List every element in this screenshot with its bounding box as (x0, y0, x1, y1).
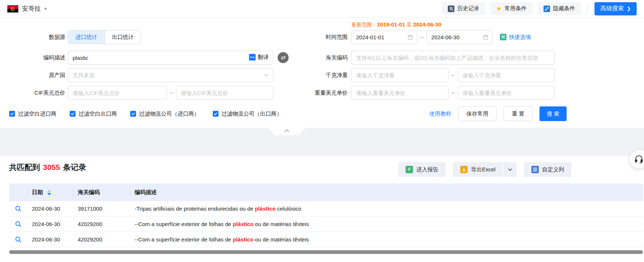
filter-blank-exporter[interactable]: 过滤空白出口商 (70, 110, 117, 117)
checkbox-checked-icon[interactable] (130, 111, 136, 117)
report-doc-icon (406, 166, 413, 173)
magnifier-icon[interactable] (15, 221, 22, 228)
calendar-icon (407, 34, 413, 40)
filter-label: 过滤物流公司（出口商） (222, 110, 282, 117)
horizontal-scrollbar[interactable] (9, 250, 643, 254)
command-key-icon: ⌘ (500, 34, 506, 40)
filter-logistics-importer[interactable]: 过滤物流公司（进口商） (130, 110, 200, 117)
table-header-row: 日期 海关编码 编码描述 (9, 183, 643, 201)
time-range-row: 时间范围 2024-01-01 – 2024-06-30 ⌘ 快捷选项 (301, 30, 531, 44)
range-dash: – (449, 72, 458, 79)
tutorial-link[interactable]: 使用教程 (429, 110, 451, 117)
update-range-end: 2024-06-30 (413, 21, 442, 28)
chevron-up-icon (284, 129, 289, 132)
angola-flag-icon (7, 5, 18, 12)
headset-icon (634, 154, 644, 164)
data-source-segmented: 进口统计 出口统计 (68, 30, 141, 44)
table-row: 2024-06-30 42029200 --Com a superfície e… (9, 216, 643, 232)
quick-options-button[interactable]: ⌘ 快捷选项 (500, 34, 531, 41)
cif-price-min-input[interactable] (68, 86, 167, 100)
hide-conditions-button[interactable]: 隐藏条件 (538, 2, 581, 15)
export-file-icon (460, 166, 468, 173)
desc-text: --Com a superfície exterior de folhas de (135, 221, 233, 227)
table-header-date[interactable]: 日期 (28, 183, 73, 201)
export-dropdown-caret[interactable] (503, 162, 517, 177)
save-favorite-button[interactable]: 保存常用 (458, 106, 497, 121)
checkbox-checked-icon[interactable] (213, 111, 219, 117)
origin-country-select[interactable]: 支持多选 (68, 68, 273, 82)
data-source-label: 数据源 (9, 34, 65, 41)
advanced-search-button[interactable]: 高级搜索 ❯ (594, 2, 637, 15)
origin-country-row: 原产国 支持多选 (9, 68, 273, 82)
time-range-label: 时间范围 (301, 34, 348, 41)
data-source-row: 数据源 进口统计 出口统计 (9, 30, 141, 44)
topbar: 安哥拉 ▾ 历史记录 ★ 常用条件 隐藏条件 高级搜索 ❯ (0, 0, 644, 18)
row-date: 2024-06-30 (28, 205, 73, 212)
translate-button[interactable]: 中A 翻译 (249, 51, 269, 64)
date-start-input[interactable]: 2024-01-01 (351, 30, 417, 44)
calendar-icon (483, 34, 489, 40)
table-row: 2024-06-30 42029200 --Com a superfície e… (9, 232, 643, 247)
star-icon: ★ (496, 5, 502, 12)
filter-label: 过滤空白出口商 (78, 110, 117, 117)
range-dash: – (417, 34, 427, 40)
results-actions: 进入报告 导出Excel 自定义列 (398, 162, 571, 177)
sort-carets-icon[interactable] (47, 190, 51, 195)
checkbox-checked-icon[interactable] (9, 111, 15, 117)
net-weight-row: 千克净重 – (301, 68, 555, 82)
row-date: 2024-06-30 (28, 236, 73, 243)
filter-logistics-exporter[interactable]: 过滤物流公司（出口商） (213, 110, 282, 117)
customize-columns-label: 自定义列 (542, 166, 564, 173)
unit-price-min-input[interactable] (351, 86, 449, 100)
hs-code-header-label: 海关编码 (78, 189, 100, 196)
swap-arrows-button[interactable]: ⇄ (278, 52, 289, 63)
unit-price-max-input[interactable] (458, 86, 555, 100)
results-summary: 共匹配到3055条记录 (9, 162, 86, 172)
export-excel-button[interactable]: 导出Excel (453, 162, 503, 177)
checkbox-checked-icon[interactable] (70, 111, 76, 117)
date-end-input[interactable]: 2024-06-30 (427, 30, 493, 44)
table-header-description: 编码描述 (130, 183, 643, 201)
net-weight-max-input[interactable] (458, 68, 555, 82)
table-columns-icon (531, 166, 539, 173)
quick-options-label: 快捷选项 (509, 34, 531, 41)
customize-columns-button[interactable]: 自定义列 (524, 162, 571, 177)
cif-price-row: CIF美元总价 – (9, 86, 273, 100)
filter-checkbox-row: 过滤空白进口商 过滤空白出口商 过滤物流公司（进口商） 过滤物流公司（出口商） (9, 106, 282, 121)
hide-conditions-label: 隐藏条件 (553, 5, 575, 12)
enter-report-button[interactable]: 进入报告 (398, 162, 446, 177)
code-desc-row: 编码描述 中A 翻译 ⇄ (9, 51, 289, 65)
tab-import-stats[interactable]: 进口统计 (68, 30, 105, 44)
country-selector[interactable]: 安哥拉 ▾ (7, 4, 47, 13)
match-count: 3055 (43, 163, 60, 171)
country-name: 安哥拉 (22, 4, 41, 13)
magnifier-icon[interactable] (15, 236, 22, 243)
date-header-label: 日期 (32, 189, 43, 196)
table-header-hs-code: 海关编码 (73, 183, 130, 201)
desc-highlight: plástico (255, 205, 276, 212)
tab-export-stats[interactable]: 出口统计 (105, 30, 141, 44)
favorites-button[interactable]: ★ 常用条件 (490, 2, 533, 15)
magnifier-icon[interactable] (15, 205, 22, 212)
topbar-actions: 历史记录 ★ 常用条件 隐藏条件 高级搜索 ❯ (442, 2, 637, 15)
desc-highlight: plástico (233, 221, 254, 227)
row-hs-code: 42029200 (73, 221, 130, 227)
row-hs-code: 39171000 (73, 205, 130, 212)
history-button[interactable]: 历史记录 (442, 2, 485, 15)
code-desc-input[interactable] (68, 51, 273, 65)
hs-code-input[interactable] (351, 51, 555, 65)
reset-button[interactable]: 重 置 (504, 106, 533, 121)
net-weight-min-input[interactable] (351, 68, 449, 82)
row-detail-cell (9, 216, 28, 232)
section-divider-band (0, 128, 644, 156)
summary-prefix: 共匹配到 (9, 163, 40, 171)
cif-price-max-input[interactable] (176, 86, 273, 100)
search-button[interactable]: 搜 索 (539, 106, 567, 121)
desc-text: celulósico (276, 205, 301, 212)
chevron-down-icon (508, 168, 512, 171)
filter-blank-importer[interactable]: 过滤空白进口商 (9, 110, 56, 117)
collapse-form-tab[interactable] (268, 128, 306, 135)
row-date: 2024-06-30 (28, 221, 73, 227)
form-actions: 使用教程 保存常用 重 置 搜 索 (429, 106, 567, 121)
desc-highlight: plástico (233, 236, 254, 243)
